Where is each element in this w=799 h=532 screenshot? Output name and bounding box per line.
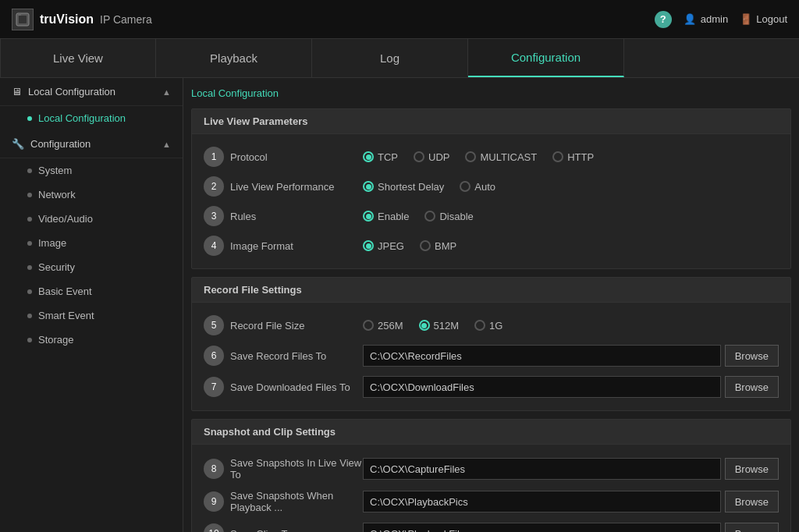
svg-rect-1 bbox=[19, 16, 27, 23]
save-snapshots-playback-browse[interactable]: Browse bbox=[725, 491, 779, 512]
param-num-4: 4 bbox=[204, 236, 224, 256]
live-view-params-body: 1 Protocol TCP UDP MULTICAS bbox=[192, 134, 790, 268]
save-record-files-label: Save Record Files To bbox=[230, 350, 363, 362]
app-icon bbox=[12, 9, 34, 30]
protocol-tcp[interactable]: TCP bbox=[363, 151, 398, 163]
protocol-udp[interactable]: UDP bbox=[414, 151, 449, 163]
top-right: ? 👤 admin 🚪 Logout bbox=[655, 11, 787, 28]
save-record-files-input[interactable] bbox=[363, 345, 721, 367]
param-num-5: 5 bbox=[204, 315, 224, 335]
sidebar-item-security[interactable]: Security bbox=[0, 255, 183, 279]
file-num-10: 10 bbox=[204, 523, 224, 532]
tab-log[interactable]: Log bbox=[312, 39, 468, 77]
protocol-http[interactable]: HTTP bbox=[552, 151, 594, 163]
bmp-radio[interactable] bbox=[420, 240, 431, 251]
shortest-radio[interactable] bbox=[363, 181, 374, 192]
save-snapshots-live-browse[interactable]: Browse bbox=[725, 458, 779, 480]
sidebar-basic-event-label: Basic Event bbox=[38, 286, 92, 297]
sidebar-config-section[interactable]: 🔧 Configuration ▲ bbox=[0, 130, 183, 158]
1g-radio[interactable] bbox=[474, 320, 485, 331]
disable-label: Disable bbox=[439, 211, 473, 222]
save-snapshots-live-label: Save Snapshots In Live View To bbox=[230, 457, 363, 481]
wrench-icon: 🔧 bbox=[12, 138, 24, 150]
sidebar-item-image[interactable]: Image bbox=[0, 231, 183, 255]
config-arrow-icon: ▲ bbox=[162, 140, 171, 149]
sidebar-item-storage[interactable]: Storage bbox=[0, 328, 183, 352]
tcp-label: TCP bbox=[378, 151, 398, 163]
monitor-icon: 🖥 bbox=[12, 86, 22, 98]
disable-radio[interactable] bbox=[424, 211, 435, 222]
512m-radio[interactable] bbox=[419, 320, 430, 331]
content-area: Local Configuration Live View Parameters… bbox=[183, 78, 799, 532]
sidebar-item-smart-event[interactable]: Smart Event bbox=[0, 303, 183, 328]
rules-disable[interactable]: Disable bbox=[424, 211, 473, 222]
size-options: 256M 512M 1G bbox=[363, 320, 502, 332]
sidebar-item-basic-event[interactable]: Basic Event bbox=[0, 279, 183, 303]
rules-enable[interactable]: Enable bbox=[363, 211, 409, 222]
auto-radio[interactable] bbox=[460, 181, 471, 192]
dot-icon bbox=[27, 289, 32, 294]
snapshot-settings-header: Snapshot and Clip Settings bbox=[192, 420, 790, 445]
size-512m[interactable]: 512M bbox=[419, 320, 460, 332]
sidebar-item-system[interactable]: System bbox=[0, 158, 183, 183]
file-num-8: 8 bbox=[204, 459, 224, 479]
save-record-files-browse[interactable]: Browse bbox=[725, 345, 779, 367]
dot-icon bbox=[27, 217, 32, 222]
save-downloaded-files-browse[interactable]: Browse bbox=[725, 376, 779, 398]
sidebar-video-audio-label: Video/Audio bbox=[38, 213, 93, 225]
nav-tabs: Live View Playback Log Configuration bbox=[0, 39, 799, 78]
logout-button[interactable]: 🚪 Logout bbox=[740, 13, 787, 25]
logout-icon: 🚪 bbox=[740, 13, 752, 25]
shortest-label: Shortest Delay bbox=[378, 181, 444, 193]
sidebar-item-local-config[interactable]: Local Configuration bbox=[0, 106, 183, 130]
protocol-label: Protocol bbox=[230, 151, 363, 163]
tab-playback[interactable]: Playback bbox=[156, 39, 312, 77]
enable-radio[interactable] bbox=[363, 211, 374, 222]
sidebar-local-config-section[interactable]: 🖥 Local Configuration ▲ bbox=[0, 78, 183, 106]
record-settings-header: Record File Settings bbox=[192, 278, 790, 303]
512m-label: 512M bbox=[434, 320, 460, 332]
image-format-label: Image Format bbox=[230, 240, 363, 252]
protocol-multicast[interactable]: MULTICAST bbox=[465, 151, 537, 163]
help-button[interactable]: ? bbox=[655, 11, 672, 28]
256m-radio[interactable] bbox=[363, 320, 374, 331]
jpeg-label: JPEG bbox=[378, 240, 404, 252]
dot-icon bbox=[27, 193, 32, 197]
sidebar-item-video-audio[interactable]: Video/Audio bbox=[0, 207, 183, 231]
live-view-params-panel: Live View Parameters 1 Protocol TCP UDP bbox=[191, 108, 791, 269]
sidebar-item-network[interactable]: Network bbox=[0, 183, 183, 207]
format-bmp[interactable]: BMP bbox=[420, 240, 456, 252]
performance-auto[interactable]: Auto bbox=[460, 181, 495, 193]
save-downloaded-files-input[interactable] bbox=[363, 376, 721, 398]
save-snapshots-live-input[interactable] bbox=[363, 458, 721, 480]
performance-shortest[interactable]: Shortest Delay bbox=[363, 181, 444, 193]
multicast-radio[interactable] bbox=[465, 151, 476, 162]
tab-live-view[interactable]: Live View bbox=[0, 39, 156, 77]
http-radio[interactable] bbox=[552, 151, 563, 162]
record-file-size-label: Record File Size bbox=[230, 320, 363, 332]
save-downloaded-files-label: Save Downloaded Files To bbox=[230, 381, 363, 393]
breadcrumb: Local Configuration bbox=[191, 86, 791, 101]
format-jpeg[interactable]: JPEG bbox=[363, 240, 404, 252]
param-num-3: 3 bbox=[204, 206, 224, 226]
save-clips-row: 10 Save Clips To Browse bbox=[204, 518, 779, 532]
size-256m[interactable]: 256M bbox=[363, 320, 403, 332]
record-file-size-row: 5 Record File Size 256M 512M bbox=[204, 310, 779, 340]
dot-icon bbox=[27, 116, 32, 121]
http-label: HTTP bbox=[567, 151, 594, 163]
tab-configuration[interactable]: Configuration bbox=[468, 39, 624, 77]
256m-label: 256M bbox=[378, 320, 403, 332]
performance-options: Shortest Delay Auto bbox=[363, 181, 495, 193]
save-clips-browse[interactable]: Browse bbox=[725, 523, 779, 532]
svg-rect-2 bbox=[18, 13, 21, 16]
save-snapshots-live-row: 8 Save Snapshots In Live View To Browse bbox=[204, 452, 779, 485]
tcp-radio[interactable] bbox=[363, 151, 374, 162]
save-clips-input[interactable] bbox=[363, 523, 721, 532]
enable-label: Enable bbox=[378, 211, 409, 222]
save-snapshots-playback-input[interactable] bbox=[363, 491, 721, 512]
udp-radio[interactable] bbox=[414, 151, 424, 162]
logo-brand: truVision bbox=[40, 12, 94, 27]
save-snapshots-playback-row: 9 Save Snapshots When Playback ... Brows… bbox=[204, 485, 779, 518]
size-1g[interactable]: 1G bbox=[474, 320, 502, 332]
jpeg-radio[interactable] bbox=[363, 240, 374, 251]
